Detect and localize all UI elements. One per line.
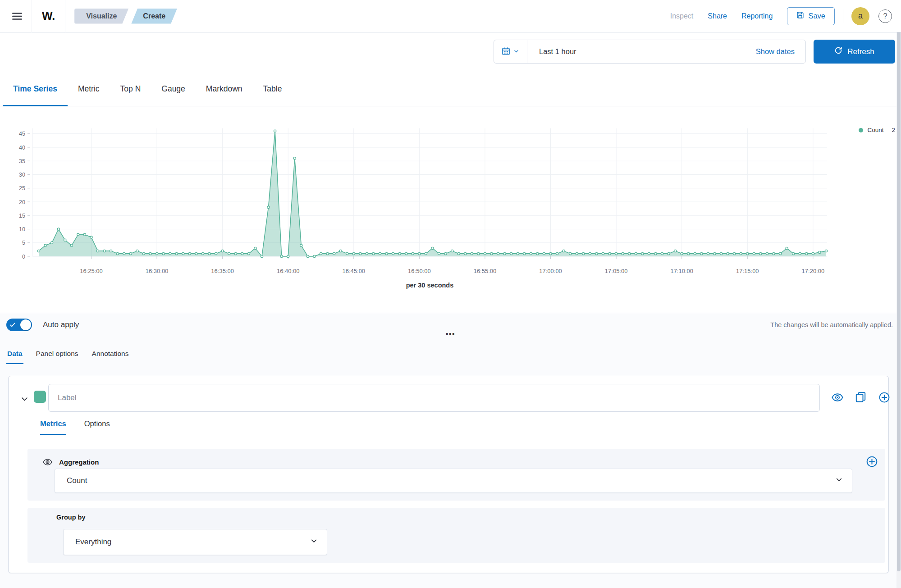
svg-text:16:30:00: 16:30:00 <box>146 268 169 274</box>
panel-resize-handle[interactable]: ⋯ <box>0 329 901 338</box>
svg-text:per 30 seconds: per 30 seconds <box>406 282 454 289</box>
clone-series-icon[interactable] <box>855 392 866 404</box>
viz-type-tabs: Time SeriesMetricTop NGaugeMarkdownTable <box>0 72 901 106</box>
svg-text:0: 0 <box>22 254 25 260</box>
share-button[interactable]: Share <box>708 12 727 20</box>
svg-text:45: 45 <box>19 131 25 137</box>
tab-markdown[interactable]: Markdown <box>196 72 253 106</box>
aggregation-eye-icon <box>43 457 52 469</box>
breadcrumb-visualize[interactable]: Visualize <box>74 9 128 24</box>
aggregation-selected-value: Count <box>67 476 87 485</box>
save-button-label: Save <box>808 12 825 20</box>
svg-text:30: 30 <box>19 172 25 178</box>
series-tab-options[interactable]: Options <box>84 419 110 435</box>
svg-text:35: 35 <box>19 158 25 164</box>
svg-text:17:20:00: 17:20:00 <box>802 268 825 274</box>
series-color-swatch[interactable] <box>34 391 46 403</box>
scrollbar-thumb[interactable] <box>897 13 901 571</box>
legend-series-label: Count <box>867 127 883 133</box>
svg-text:16:50:00: 16:50:00 <box>408 268 431 274</box>
header-divider <box>843 9 843 23</box>
editor-tabs: DataPanel optionsAnnotations <box>6 347 129 364</box>
series-tab-metrics[interactable]: Metrics <box>40 419 66 435</box>
svg-text:17:15:00: 17:15:00 <box>736 268 759 274</box>
chart-panel: 05101520253035404516:25:0016:30:0016:35:… <box>0 107 901 312</box>
refresh-button-label: Refresh <box>847 47 874 56</box>
svg-text:10: 10 <box>19 226 25 232</box>
menu-icon[interactable] <box>8 7 26 25</box>
svg-text:17:00:00: 17:00:00 <box>539 268 562 274</box>
tab-metric[interactable]: Metric <box>68 72 110 106</box>
group-by-select[interactable]: Everything <box>63 529 327 555</box>
reporting-button[interactable]: Reporting <box>741 12 773 20</box>
tab-data[interactable]: Data <box>6 347 23 364</box>
avatar[interactable]: a <box>851 7 869 25</box>
app-logo[interactable]: W. <box>32 0 65 32</box>
svg-text:16:25:00: 16:25:00 <box>80 268 103 274</box>
chevron-down-icon <box>835 476 843 486</box>
logo-text: W. <box>42 9 55 23</box>
tab-table[interactable]: Table <box>253 72 293 106</box>
save-icon <box>796 11 804 21</box>
svg-text:16:40:00: 16:40:00 <box>277 268 300 274</box>
auto-apply-label: Auto apply <box>43 320 79 329</box>
chevron-down-icon <box>513 48 519 55</box>
page-scrollbar[interactable] <box>896 0 901 588</box>
date-picker: Last 1 hour Show dates <box>494 40 806 64</box>
tab-time-series[interactable]: Time Series <box>3 72 68 106</box>
chart-legend[interactable]: Count 2 <box>859 127 895 133</box>
save-button[interactable]: Save <box>787 7 835 25</box>
tab-annotations[interactable]: Annotations <box>91 347 130 364</box>
breadcrumb-create[interactable]: Create <box>131 9 177 24</box>
legend-series-dot <box>859 128 863 132</box>
tab-gauge[interactable]: Gauge <box>151 72 196 106</box>
auto-apply-hint: The changes will be automatically applie… <box>770 321 893 328</box>
series-label-input[interactable] <box>48 384 820 412</box>
series-tabs: MetricsOptions <box>40 419 110 435</box>
group-by-label: Group by <box>56 514 85 521</box>
tab-top-n[interactable]: Top N <box>110 72 151 106</box>
group-by-selected-value: Everything <box>75 538 111 547</box>
eye-icon[interactable] <box>832 392 843 405</box>
refresh-button[interactable]: Refresh <box>814 40 895 64</box>
svg-text:17:10:00: 17:10:00 <box>670 268 693 274</box>
breadcrumb: Visualize Create <box>74 9 177 24</box>
svg-text:16:45:00: 16:45:00 <box>342 268 365 274</box>
time-toolbar: Last 1 hour Show dates Refresh <box>494 40 895 64</box>
svg-text:25: 25 <box>19 185 25 191</box>
aggregation-label: Aggregation <box>59 458 99 466</box>
group-by-row: Group by Everything <box>27 508 885 563</box>
app-header: W. Visualize Create Inspect Share Report… <box>0 0 901 32</box>
tab-panel-options[interactable]: Panel options <box>35 347 79 364</box>
svg-text:40: 40 <box>19 145 25 151</box>
series-panel: MetricsOptions Aggregation Count Group b… <box>8 376 889 573</box>
quick-select-menu-button[interactable] <box>494 40 527 63</box>
timeseries-chart[interactable]: 05101520253035404516:25:0016:30:0016:35:… <box>0 107 901 305</box>
tsvb-editor-page: W. Visualize Create Inspect Share Report… <box>0 0 901 588</box>
time-range-value[interactable]: Last 1 hour <box>527 40 756 63</box>
add-metric-icon[interactable] <box>866 456 878 469</box>
svg-text:16:55:00: 16:55:00 <box>474 268 497 274</box>
svg-text:5: 5 <box>22 240 25 246</box>
svg-text:20: 20 <box>19 199 25 205</box>
legend-series-value: 2 <box>892 127 895 133</box>
svg-text:17:05:00: 17:05:00 <box>605 268 628 274</box>
svg-text:16:35:00: 16:35:00 <box>211 268 234 274</box>
series-collapse-chevron-icon[interactable] <box>18 394 32 405</box>
refresh-icon <box>834 46 842 57</box>
svg-text:15: 15 <box>19 213 25 219</box>
aggregation-row: Aggregation Count <box>27 449 885 501</box>
calendar-icon <box>502 47 510 57</box>
aggregation-select[interactable]: Count <box>55 469 852 493</box>
show-dates-button[interactable]: Show dates <box>756 40 805 63</box>
help-icon[interactable]: ? <box>878 9 892 23</box>
chevron-down-icon <box>310 537 318 547</box>
inspect-button[interactable]: Inspect <box>670 12 694 20</box>
add-series-icon[interactable] <box>878 392 890 405</box>
